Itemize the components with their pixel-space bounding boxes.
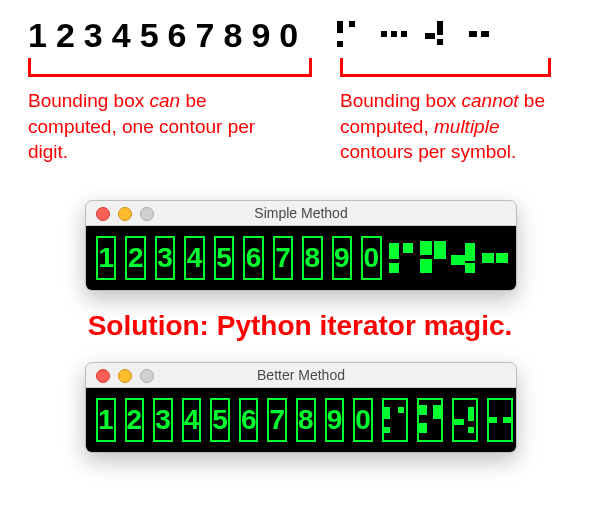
fragment-symbol-1	[337, 19, 359, 51]
cell-digit: 0	[361, 236, 381, 280]
cell-fragment	[484, 238, 506, 278]
digit-7: 7	[196, 18, 216, 52]
fragment-symbol-4	[469, 19, 491, 51]
content-better: 1 2 3 4 5 6 7 8 9 0	[86, 388, 516, 452]
cell-digit: 0	[353, 398, 373, 442]
bracket-left	[28, 58, 312, 77]
cell-digit: 9	[325, 398, 345, 442]
cell-fragment	[487, 398, 513, 442]
cell-digit: 3	[155, 236, 175, 280]
close-icon[interactable]	[96, 369, 110, 383]
window-simple-method: Simple Method 1 2 3 4 5 6 7 8 9 0	[85, 200, 517, 291]
single-contour-digits: 1 2 3 4 5 6 7 8 9 0	[28, 18, 299, 52]
cell-digit: 5	[214, 236, 234, 280]
titlebar-simple: Simple Method	[86, 201, 516, 226]
cell-fragment	[382, 398, 408, 442]
digit-6: 6	[168, 18, 188, 52]
cell-fragment	[453, 238, 475, 278]
digit-3: 3	[84, 18, 104, 52]
cell-fragment	[417, 398, 443, 442]
digit-8: 8	[223, 18, 243, 52]
page-root: 1 2 3 4 5 6 7 8 9 0	[0, 0, 600, 520]
digit-4: 4	[112, 18, 132, 52]
cell-digit: 9	[332, 236, 352, 280]
caption-right: Bounding box cannot be computed, multipl…	[340, 88, 575, 165]
top-example-row: 1 2 3 4 5 6 7 8 9 0	[28, 18, 572, 52]
titlebar-better: Better Method	[86, 363, 516, 388]
cell-digit: 2	[125, 398, 145, 442]
cell-digit: 1	[96, 398, 116, 442]
digit-0: 0	[279, 18, 299, 52]
cell-fragment	[452, 398, 478, 442]
zoom-icon[interactable]	[140, 207, 154, 221]
minimize-icon[interactable]	[118, 369, 132, 383]
solution-headline: Solution: Python iterator magic.	[0, 310, 600, 342]
digit-9: 9	[251, 18, 271, 52]
cell-digit: 7	[267, 398, 287, 442]
fragment-symbol-3	[425, 19, 447, 51]
cell-digit: 4	[182, 398, 202, 442]
traffic-lights	[96, 369, 154, 383]
close-icon[interactable]	[96, 207, 110, 221]
cell-digit: 6	[243, 236, 263, 280]
digit-2: 2	[56, 18, 76, 52]
traffic-lights	[96, 207, 154, 221]
cell-fragment	[391, 238, 413, 278]
cell-digit: 8	[302, 236, 322, 280]
window-better-method: Better Method 1 2 3 4 5 6 7 8 9 0	[85, 362, 517, 453]
caption-left: Bounding box can be computed, one contou…	[28, 88, 288, 165]
content-simple: 1 2 3 4 5 6 7 8 9 0	[86, 226, 516, 290]
cell-digit: 6	[239, 398, 259, 442]
cell-digit: 2	[125, 236, 145, 280]
cell-digit: 4	[184, 236, 204, 280]
cell-digit: 3	[153, 398, 173, 442]
zoom-icon[interactable]	[140, 369, 154, 383]
bracket-right	[340, 58, 551, 77]
cell-digit: 5	[210, 398, 230, 442]
cell-fragment	[422, 238, 444, 278]
multi-contour-symbols	[337, 19, 491, 51]
minimize-icon[interactable]	[118, 207, 132, 221]
digit-1: 1	[28, 18, 48, 52]
digit-5: 5	[140, 18, 160, 52]
fragment-symbol-2	[381, 19, 403, 51]
cell-digit: 8	[296, 398, 316, 442]
cell-digit: 7	[273, 236, 293, 280]
cell-digit: 1	[96, 236, 116, 280]
